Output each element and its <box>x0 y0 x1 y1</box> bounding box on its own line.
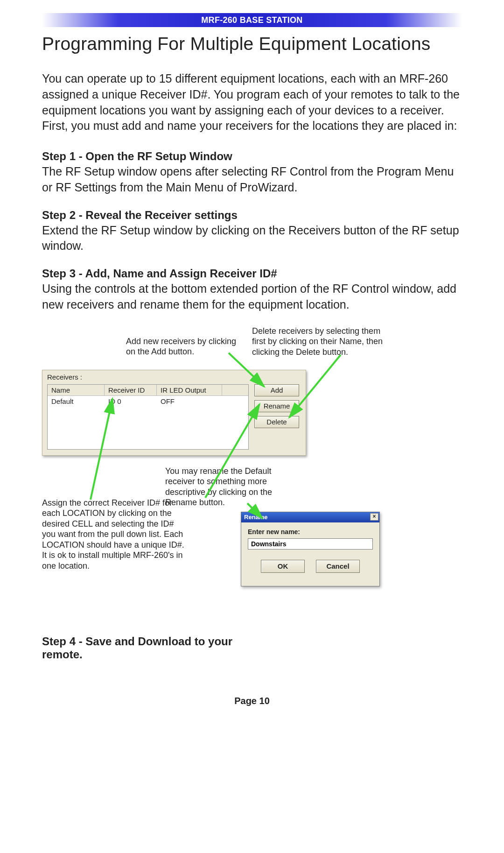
cell-end <box>222 396 248 407</box>
rename-dialog: Rename × Enter new name: OK Cancel <box>241 512 380 586</box>
cancel-button[interactable]: Cancel <box>316 560 360 573</box>
step-2: Step 2 - Reveal the Receiver settings Ex… <box>42 209 462 254</box>
callout-delete: Delete receivers by selecting them first… <box>252 326 392 358</box>
dialog-label: Enter new name: <box>248 528 373 536</box>
col-id-header[interactable]: Receiver ID <box>105 385 157 396</box>
rename-button[interactable]: Rename <box>254 400 299 412</box>
step-3: Step 3 - Add, Name and Assign Receiver I… <box>42 267 462 313</box>
step-1-heading: Step 1 - Open the RF Setup Window <box>42 150 462 163</box>
table-row[interactable]: Default ID 0 OFF <box>48 396 248 407</box>
intro-paragraph: You can operate up to 15 different equip… <box>42 71 462 134</box>
step-2-heading: Step 2 - Reveal the Receiver settings <box>42 209 462 222</box>
figure-zone: Add new receivers by clicking on the Add… <box>42 326 462 625</box>
header-bar: MRF-260 BASE STATION <box>42 13 462 27</box>
cell-ir-led[interactable]: OFF <box>157 396 222 407</box>
step-1: Step 1 - Open the RF Setup Window The RF… <box>42 150 462 196</box>
dialog-title-bar: Rename × <box>241 512 379 522</box>
page-number: Page 10 <box>42 696 462 706</box>
ok-button[interactable]: OK <box>261 560 305 573</box>
add-button[interactable]: Add <box>254 384 299 396</box>
step-4: Step 4 - Save and Download to your remot… <box>42 635 462 661</box>
step-3-body: Using the controls at the bottom extende… <box>42 281 462 313</box>
step-2-body: Extend the RF Setup window by clicking o… <box>42 223 462 254</box>
receivers-grid: Name Receiver ID IR LED Output Default I… <box>47 384 249 450</box>
new-name-input[interactable] <box>248 538 373 550</box>
step-1-body: The RF Setup window opens after selectin… <box>42 164 462 196</box>
page-title: Programming For Multiple Equipment Locat… <box>42 34 462 54</box>
col-end-header <box>222 385 248 396</box>
step-3-heading: Step 3 - Add, Name and Assign Receiver I… <box>42 267 462 280</box>
dialog-title-text: Rename <box>244 514 268 521</box>
receivers-label: Receivers : <box>42 370 306 382</box>
col-name-header[interactable]: Name <box>48 385 105 396</box>
step-4-heading: Step 4 - Save and Download to your remot… <box>42 635 238 661</box>
callout-assign: Assign the correct Receiver ID# for each… <box>42 498 187 571</box>
cell-receiver-id[interactable]: ID 0 <box>105 396 157 407</box>
close-icon[interactable]: × <box>370 513 378 521</box>
grid-header: Name Receiver ID IR LED Output <box>48 385 248 396</box>
cell-name[interactable]: Default <box>48 396 105 407</box>
delete-button[interactable]: Delete <box>254 416 299 428</box>
receivers-panel: Receivers : Name Receiver ID IR LED Outp… <box>42 370 306 456</box>
callout-add: Add new receivers by clicking on the Add… <box>126 336 243 357</box>
col-led-header[interactable]: IR LED Output <box>157 385 222 396</box>
